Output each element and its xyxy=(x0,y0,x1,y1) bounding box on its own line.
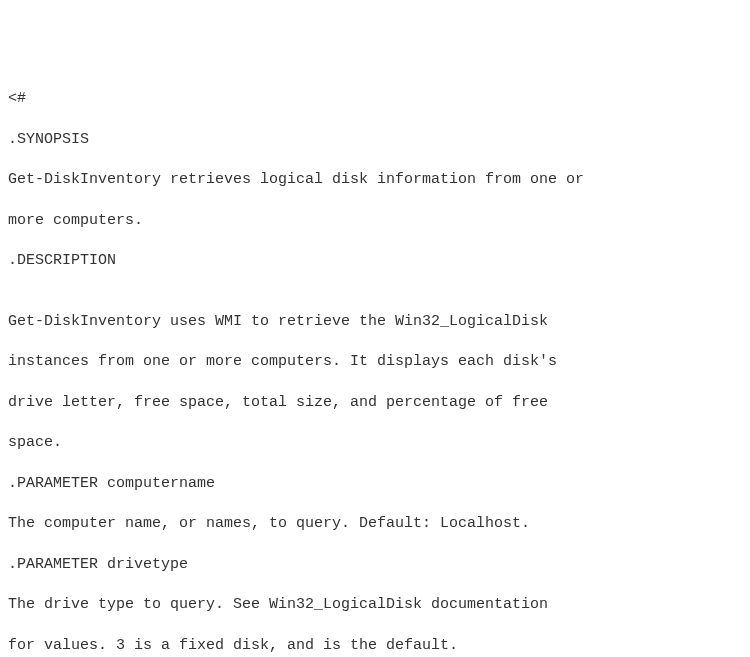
code-line: for values. 3 is a fixed disk, and is th… xyxy=(8,636,742,656)
code-line: instances from one or more computers. It… xyxy=(8,352,742,372)
code-line: The computer name, or names, to query. D… xyxy=(8,514,742,534)
code-line: <# xyxy=(8,89,742,109)
code-line: more computers. xyxy=(8,211,742,231)
code-line: The drive type to query. See Win32_Logic… xyxy=(8,595,742,615)
code-line: Get-DiskInventory uses WMI to retrieve t… xyxy=(8,312,742,332)
code-line: space. xyxy=(8,433,742,453)
code-line: drive letter, free space, total size, an… xyxy=(8,393,742,413)
code-line: .SYNOPSIS xyxy=(8,130,742,150)
code-line: .PARAMETER computername xyxy=(8,474,742,494)
code-line: .DESCRIPTION xyxy=(8,251,742,271)
code-line: Get-DiskInventory retrieves logical disk… xyxy=(8,170,742,190)
code-line: .PARAMETER drivetype xyxy=(8,555,742,575)
